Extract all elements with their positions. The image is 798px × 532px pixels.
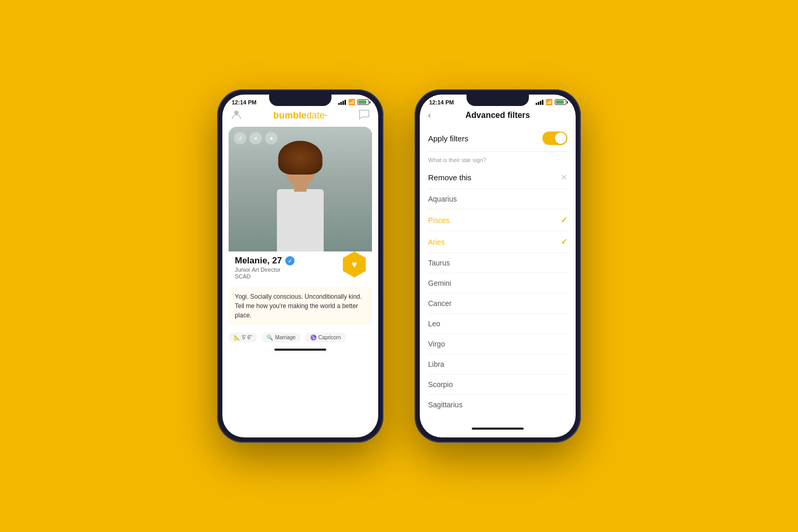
- filter-title: Advanced filters: [466, 111, 530, 120]
- phone1-content: bumbledate·: [222, 107, 378, 433]
- app-header: bumbledate·: [222, 107, 378, 127]
- star-sign-aries[interactable]: Aries ✓: [428, 231, 567, 253]
- logo-text: bumble: [273, 110, 307, 121]
- wifi-icon: 📶: [348, 99, 355, 105]
- star-sign-question: What is their star sign?: [428, 152, 567, 166]
- remove-x-icon[interactable]: ✕: [561, 172, 567, 182]
- close-icon[interactable]: ✕: [249, 132, 262, 144]
- signal-icon-2: [536, 100, 543, 105]
- notch-2: [467, 95, 529, 106]
- star-sign-pisces[interactable]: Pisces ✓: [428, 209, 567, 231]
- phone-1: 12:14 PM 📶: [217, 89, 383, 443]
- status-icons-1: 📶: [338, 99, 369, 105]
- time-2: 12:14 PM: [429, 99, 454, 105]
- tag-marriage-label: Marriage: [275, 335, 295, 340]
- back-button[interactable]: ‹: [428, 111, 431, 120]
- sign-name-pisces: Pisces: [428, 216, 449, 224]
- profile-job: Junior Art Director: [235, 267, 295, 273]
- tag-relationship: 🔍 Marriage: [261, 332, 300, 342]
- apply-filters-toggle[interactable]: [542, 131, 567, 145]
- check-pisces: ✓: [561, 215, 567, 225]
- height-icon: 📐: [234, 335, 240, 340]
- star-sign-aquarius[interactable]: Aquarius: [428, 189, 567, 209]
- sign-name-sagittarius: Sagittarius: [428, 401, 462, 409]
- phone2-content: ‹ Advanced filters Apply filters What is…: [420, 107, 576, 433]
- sign-name-scorpio: Scorpio: [428, 380, 453, 389]
- starsign-icon: ♑: [310, 335, 316, 340]
- star-sign-libra[interactable]: Libra: [428, 354, 567, 375]
- sign-name-gemini: Gemini: [428, 279, 451, 287]
- check-aries: ✓: [561, 237, 567, 247]
- star-sign-scorpio[interactable]: Scorpio: [428, 375, 567, 395]
- like-button[interactable]: ♥: [343, 251, 366, 277]
- home-indicator-2: [472, 428, 524, 430]
- wifi-icon-2: 📶: [546, 99, 553, 105]
- tag-starsign: ♑ Capricorn: [305, 332, 346, 342]
- battery-icon: [357, 99, 369, 105]
- time-1: 12:14 PM: [232, 99, 257, 105]
- sign-name-cancer: Cancer: [428, 299, 451, 308]
- star-sign-sagittarius[interactable]: Sagittarius: [428, 395, 567, 415]
- filter-list: Apply filters What is their star sign? R…: [420, 125, 576, 424]
- profile-school: SCAD: [235, 273, 295, 280]
- filter-header: ‹ Advanced filters: [420, 107, 576, 125]
- profile-name: Melanie, 27 ✓: [235, 256, 295, 266]
- status-icons-2: 📶: [536, 99, 566, 105]
- apply-filters-label: Apply filters: [428, 134, 469, 143]
- apply-filters-row: Apply filters: [428, 125, 567, 152]
- star-sign-leo[interactable]: Leo: [428, 314, 567, 334]
- notch-1: [269, 95, 331, 106]
- toggle-knob: [555, 132, 566, 144]
- card-action-icons: ↺ ✕ ★: [234, 132, 277, 144]
- sign-name-aquarius: Aquarius: [428, 195, 457, 203]
- sign-name-leo: Leo: [428, 320, 440, 328]
- verified-badge: ✓: [285, 256, 295, 265]
- signal-icon: [338, 100, 346, 105]
- star-signs-list: Aquarius Pisces ✓ Aries ✓ Taurus: [428, 189, 567, 415]
- profile-tags: 📐 5' 6" 🔍 Marriage ♑ Capricorn: [229, 332, 372, 342]
- home-indicator-1: [274, 349, 326, 351]
- battery-icon-2: [555, 99, 566, 105]
- tag-height: 📐 5' 6": [229, 332, 257, 342]
- profile-info: Melanie, 27 ✓ Junior Art Director SCAD ♥: [229, 251, 372, 283]
- remove-label: Remove this: [428, 173, 471, 182]
- star-sign-taurus[interactable]: Taurus: [428, 253, 567, 273]
- logo-suffix: date: [307, 110, 325, 121]
- profile-card: ↺ ✕ ★ Melanie, 27 ✓ Junior Art Direct: [229, 127, 372, 283]
- phone-2: 12:14 PM 📶 ‹ Advanced filters: [415, 89, 581, 443]
- sign-name-libra: Libra: [428, 360, 444, 368]
- star-sign-virgo[interactable]: Virgo: [428, 334, 567, 354]
- sign-name-aries: Aries: [428, 238, 445, 246]
- sign-name-taurus: Taurus: [428, 259, 450, 267]
- remove-row: Remove this ✕: [428, 166, 567, 189]
- sign-name-virgo: Virgo: [428, 340, 445, 348]
- profile-icon[interactable]: [231, 109, 242, 123]
- star-sign-cancer[interactable]: Cancer: [428, 294, 567, 314]
- star-icon[interactable]: ★: [265, 132, 277, 144]
- star-sign-gemini[interactable]: Gemini: [428, 273, 567, 294]
- app-logo: bumbledate·: [273, 110, 327, 121]
- logo-dot: ·: [325, 110, 327, 121]
- profile-image: ↺ ✕ ★: [229, 127, 372, 251]
- chat-icon[interactable]: [358, 109, 370, 122]
- svg-point-0: [234, 111, 238, 115]
- relationship-icon: 🔍: [267, 335, 273, 340]
- rewind-icon[interactable]: ↺: [234, 132, 246, 144]
- profile-bio: Yogi. Socially conscious. Unconditionall…: [229, 287, 372, 325]
